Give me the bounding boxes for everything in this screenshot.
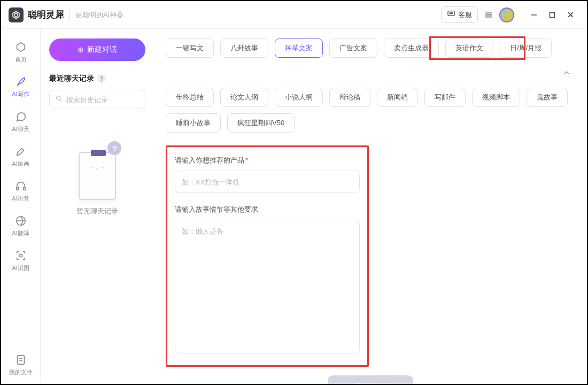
svg-marker-13 bbox=[17, 43, 25, 52]
svg-point-17 bbox=[19, 254, 22, 257]
titlebar: 聪明灵犀 更聪明的AI神器 客服 bbox=[1, 1, 587, 29]
sidebar-item-my-files[interactable]: 我的文件 bbox=[5, 349, 37, 381]
category-pill[interactable]: 种草文案 bbox=[275, 38, 323, 58]
chat-bubble-icon bbox=[447, 10, 455, 20]
headphones-icon bbox=[14, 180, 27, 192]
empty-state: ᵔ ᵕ ᵔ ? 暂无聊天记录 bbox=[49, 141, 145, 216]
scan-icon bbox=[14, 249, 27, 262]
translate-icon bbox=[14, 214, 27, 227]
sidebar-item-ai-translate[interactable]: AI翻译 bbox=[5, 210, 37, 242]
maximize-button[interactable] bbox=[543, 7, 561, 23]
category-pill[interactable]: 英语作文 bbox=[445, 38, 493, 58]
category-pill[interactable]: 新闻稿 bbox=[377, 88, 418, 107]
sidebar-item-label: AI写作 bbox=[12, 90, 29, 98]
sidebar-item-ai-chat[interactable]: AI聊天 bbox=[5, 106, 37, 137]
sidebar-item-home[interactable]: 首页 bbox=[5, 36, 37, 68]
svg-line-22 bbox=[60, 99, 61, 101]
category-pills: 一键写文八卦故事种草文案广告文案卖点生成器英语作文日/周/月报 年终总结论文大纲… bbox=[166, 38, 575, 133]
category-pill[interactable]: 疯狂星期四V50 bbox=[227, 113, 295, 133]
category-pill[interactable]: 日/周/月报 bbox=[500, 38, 552, 58]
svg-point-4 bbox=[451, 13, 451, 13]
close-button[interactable] bbox=[561, 7, 579, 23]
svg-point-5 bbox=[452, 13, 452, 13]
left-panel: ⊕ 新建对话 最近聊天记录 ? ᵔ ᵕ ᵔ ? 暂无聊天记录 bbox=[41, 29, 154, 384]
support-label: 客服 bbox=[458, 10, 472, 20]
new-chat-button[interactable]: ⊕ 新建对话 bbox=[49, 38, 145, 61]
sidebar-item-ai-voice[interactable]: AI语音 bbox=[5, 175, 37, 207]
product-label: 请输入你想推荐的产品* bbox=[175, 156, 360, 165]
svg-rect-14 bbox=[16, 187, 18, 190]
app-title: 聪明灵犀 bbox=[28, 9, 64, 21]
svg-rect-10 bbox=[550, 12, 555, 17]
avatar[interactable] bbox=[499, 7, 514, 22]
empty-text: 暂无聊天记录 bbox=[76, 206, 118, 216]
search-box[interactable] bbox=[49, 90, 145, 109]
category-pill[interactable]: 一键写文 bbox=[166, 38, 214, 58]
sidebar-item-label: AI绘画 bbox=[12, 160, 29, 168]
search-input[interactable] bbox=[66, 96, 156, 104]
category-pill[interactable]: 鬼故事 bbox=[527, 88, 568, 107]
product-input[interactable] bbox=[175, 171, 360, 193]
plus-icon: ⊕ bbox=[78, 45, 84, 54]
svg-rect-18 bbox=[17, 356, 24, 365]
file-icon bbox=[14, 353, 27, 366]
help-icon[interactable]: ? bbox=[97, 74, 106, 83]
generate-button[interactable]: 开始生成 bbox=[328, 375, 413, 384]
requirements-textarea[interactable] bbox=[175, 220, 360, 353]
app-subtitle: 更聪明的AI神器 bbox=[69, 10, 123, 20]
history-title: 最近聊天记录 ? bbox=[49, 74, 145, 83]
category-pill[interactable]: 小说大纲 bbox=[275, 88, 323, 107]
svg-point-21 bbox=[57, 96, 61, 100]
category-pill[interactable]: 广告文案 bbox=[329, 38, 377, 58]
svg-point-3 bbox=[450, 13, 450, 13]
sidebar-item-label: AI语音 bbox=[12, 195, 29, 203]
sidebar-item-label: AI识图 bbox=[12, 264, 29, 272]
category-pill[interactable]: 辩论稿 bbox=[329, 88, 370, 107]
sidebar-item-ai-draw[interactable]: AI绘画 bbox=[5, 141, 37, 172]
empty-illustration: ᵔ ᵕ ᵔ ? bbox=[73, 141, 121, 200]
category-pill[interactable]: 年终总结 bbox=[166, 88, 214, 107]
feather-icon bbox=[14, 75, 27, 88]
sidebar-item-label: AI翻译 bbox=[12, 229, 29, 237]
category-pill[interactable]: 卖点生成器 bbox=[384, 38, 439, 58]
sidebar-item-label: AI聊天 bbox=[12, 125, 29, 133]
hamburger-menu-icon[interactable] bbox=[483, 10, 494, 20]
category-pill[interactable]: 八卦故事 bbox=[220, 38, 268, 58]
home-icon bbox=[14, 41, 27, 53]
new-chat-label: 新建对话 bbox=[87, 45, 117, 55]
sidebar-item-ai-writing[interactable]: AI写作 bbox=[5, 71, 37, 103]
collapse-button[interactable] bbox=[558, 64, 575, 81]
output-panel bbox=[376, 145, 575, 367]
app-logo-icon bbox=[9, 7, 24, 22]
content-area: 一键写文八卦故事种草文案广告文案卖点生成器英语作文日/周/月报 年终总结论文大纲… bbox=[154, 29, 587, 384]
form-panel: 请输入你想推荐的产品* 请输入故事情节等其他要求 bbox=[166, 145, 369, 367]
chat-icon bbox=[14, 110, 27, 123]
svg-marker-1 bbox=[14, 13, 18, 17]
requirements-label: 请输入故事情节等其他要求 bbox=[175, 205, 360, 214]
category-pill[interactable]: 论文大纲 bbox=[220, 88, 268, 107]
sidebar-item-label: 我的文件 bbox=[9, 368, 33, 376]
sidebar-item-label: 首页 bbox=[15, 56, 27, 64]
support-button[interactable]: 客服 bbox=[441, 6, 478, 23]
minimize-button[interactable] bbox=[525, 7, 543, 23]
sidebar-item-ai-image[interactable]: AI识图 bbox=[5, 245, 37, 276]
search-icon bbox=[55, 95, 63, 105]
category-pill[interactable]: 睡前小故事 bbox=[166, 113, 221, 133]
sidebar: 首页 AI写作 AI聊天 AI绘画 AI语音 AI翻译 AI识图 我 bbox=[1, 29, 41, 384]
brush-icon bbox=[14, 145, 27, 158]
svg-rect-15 bbox=[23, 187, 25, 190]
category-pill[interactable]: 写邮件 bbox=[424, 88, 466, 107]
category-pill[interactable]: 视频脚本 bbox=[472, 88, 520, 107]
svg-marker-0 bbox=[13, 11, 19, 19]
